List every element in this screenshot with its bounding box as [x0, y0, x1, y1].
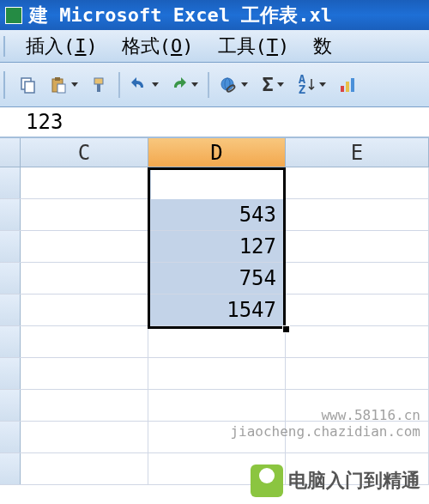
cell[interactable] — [286, 263, 429, 294]
brush-icon — [89, 76, 108, 94]
toolbar: Σ AZ — [0, 63, 429, 107]
copy-icon — [19, 76, 38, 94]
cell[interactable] — [148, 358, 286, 389]
cell[interactable] — [286, 167, 429, 198]
table-row: 127 — [0, 231, 429, 263]
row-header[interactable] — [0, 326, 21, 357]
cell[interactable] — [148, 326, 286, 357]
badge-icon — [251, 465, 283, 497]
cell[interactable]: 123 — [148, 167, 286, 198]
sort-icon: AZ — [299, 75, 305, 94]
cell[interactable] — [21, 422, 148, 452]
undo-button[interactable] — [125, 70, 163, 100]
col-header-d[interactable]: D — [148, 138, 286, 167]
row-header[interactable] — [0, 422, 21, 452]
col-header-c[interactable]: C — [21, 138, 148, 167]
cell[interactable] — [21, 295, 148, 325]
svg-rect-10 — [341, 86, 344, 92]
formula-bar[interactable]: 123 — [0, 107, 429, 138]
hyperlink-button[interactable] — [214, 70, 252, 100]
chevron-down-icon — [319, 82, 326, 87]
chart-icon — [338, 76, 357, 94]
chevron-down-icon — [191, 82, 198, 87]
redo-icon — [169, 76, 188, 94]
table-row: 543 — [0, 199, 429, 231]
watermark: www.58116.cn jiaocheng.chazidian.com — [230, 407, 420, 440]
cell[interactable] — [286, 358, 429, 389]
toolbar-handle[interactable] — [3, 36, 9, 57]
separator — [118, 72, 120, 98]
row-header[interactable] — [0, 263, 21, 294]
svg-rect-12 — [351, 78, 354, 92]
svg-rect-5 — [94, 78, 103, 84]
cell[interactable]: 127 — [148, 231, 286, 262]
undo-icon — [130, 76, 148, 94]
table-row: 123 — [0, 167, 429, 199]
table-row — [0, 358, 429, 390]
menu-data[interactable]: 数 — [301, 30, 344, 63]
row-header[interactable] — [0, 390, 21, 421]
cell[interactable] — [21, 231, 148, 262]
paste-button[interactable] — [45, 70, 82, 100]
cell[interactable] — [286, 326, 429, 357]
svg-rect-6 — [97, 84, 100, 92]
table-row: 1547 — [0, 295, 429, 326]
cell[interactable]: 543 — [148, 199, 286, 230]
cell[interactable]: 1547 — [148, 295, 286, 325]
cell[interactable]: 754 — [148, 263, 286, 294]
sort-button[interactable]: AZ — [293, 70, 331, 100]
row-header[interactable] — [0, 167, 21, 198]
column-headers: C D E — [0, 138, 429, 167]
separator — [208, 72, 209, 98]
menubar: 插入(I) 格式(O) 工具(T) 数 — [0, 30, 429, 63]
row-header[interactable] — [0, 358, 21, 389]
autosum-button[interactable]: Σ — [254, 70, 292, 100]
cell[interactable] — [21, 199, 148, 230]
chart-wizard-button[interactable] — [333, 70, 362, 100]
badge-text: 电脑入门到精通 — [288, 468, 420, 494]
chevron-down-icon — [152, 82, 159, 87]
cell[interactable] — [21, 167, 148, 198]
window-title: 建 Microsoft Excel 工作表.xl — [29, 3, 332, 28]
row-header[interactable] — [0, 295, 21, 325]
svg-rect-4 — [57, 84, 65, 93]
formula-value: 123 — [26, 110, 63, 134]
cell[interactable] — [21, 326, 148, 357]
cell[interactable] — [21, 358, 148, 389]
menu-tools[interactable]: 工具(T) — [206, 30, 302, 63]
copy-button[interactable] — [14, 70, 43, 100]
fill-handle[interactable] — [282, 325, 290, 333]
row-header[interactable] — [0, 231, 21, 262]
chevron-down-icon — [71, 82, 78, 87]
cell[interactable] — [286, 199, 429, 230]
chevron-down-icon — [277, 82, 284, 87]
paste-icon — [49, 76, 68, 94]
svg-rect-11 — [346, 82, 349, 92]
svg-rect-1 — [25, 82, 34, 93]
sigma-icon: Σ — [262, 74, 273, 95]
menu-insert[interactable]: 插入(I) — [14, 30, 110, 63]
globe-link-icon — [219, 76, 238, 94]
cell[interactable] — [286, 295, 429, 325]
table-row: 754 — [0, 263, 429, 295]
format-painter-button[interactable] — [84, 70, 113, 100]
col-header-e[interactable]: E — [286, 138, 429, 167]
redo-button[interactable] — [165, 70, 202, 100]
svg-rect-3 — [55, 77, 60, 81]
select-all-corner[interactable] — [0, 138, 21, 167]
row-header[interactable] — [0, 199, 21, 230]
toolbar-handle[interactable] — [3, 71, 9, 99]
cell[interactable] — [286, 231, 429, 262]
table-row — [0, 326, 429, 358]
chevron-down-icon — [241, 82, 248, 87]
window-titlebar: 建 Microsoft Excel 工作表.xl — [0, 0, 429, 30]
excel-icon — [5, 7, 22, 24]
menu-format[interactable]: 格式(O) — [110, 30, 206, 63]
footer-badge: 电脑入门到精通 — [0, 457, 429, 504]
cell[interactable] — [21, 390, 148, 421]
cell[interactable] — [21, 263, 148, 294]
